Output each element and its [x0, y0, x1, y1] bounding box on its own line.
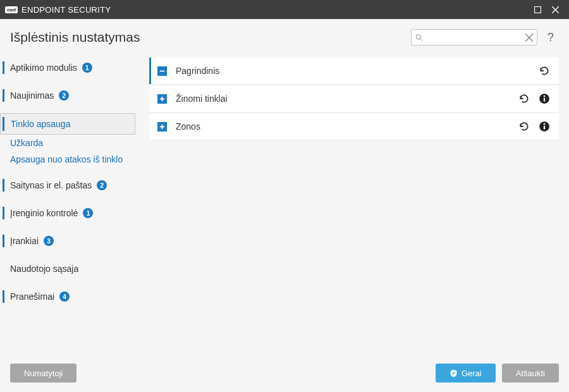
brand-text: ENDPOINT SECURITY — [21, 5, 111, 15]
svg-rect-12 — [544, 98, 545, 102]
sidebar-item-label: Užkarda — [10, 138, 43, 148]
main-panel: Pagrindinis Žinomi tinklai — [145, 55, 559, 354]
revert-button[interactable] — [518, 93, 530, 104]
sidebar-item-detection[interactable]: Aptikimo modulis 1 — [0, 58, 135, 78]
sidebar-item-label: Pranešimai — [10, 291, 54, 302]
info-button[interactable] — [539, 93, 550, 104]
collapse-icon[interactable] — [157, 66, 167, 76]
sidebar-sub-attack-protection[interactable]: Apsauga nuo atakos iš tinklo — [0, 151, 135, 168]
ok-button[interactable]: Gerai — [436, 364, 496, 383]
svg-point-11 — [544, 95, 546, 97]
titlebar: eset ENDPOINT SECURITY — [0, 0, 569, 19]
svg-point-16 — [544, 123, 546, 125]
expand-icon[interactable] — [157, 94, 167, 104]
sidebar-item-label: Įrenginio kontrolė — [10, 208, 78, 218]
close-button[interactable] — [546, 1, 564, 18]
svg-rect-17 — [544, 126, 545, 130]
badge: 1 — [83, 208, 93, 218]
defaults-button[interactable]: Numatytoji — [10, 364, 76, 383]
clear-search-icon[interactable] — [525, 34, 533, 42]
expand-icon[interactable] — [157, 122, 167, 132]
help-button[interactable]: ? — [542, 29, 559, 46]
sidebar-item-update[interactable]: Naujinimas 2 — [0, 85, 135, 106]
svg-rect-0 — [534, 6, 541, 13]
info-button[interactable] — [539, 121, 550, 132]
sidebar-item-label: Tinklo apsauga — [11, 119, 70, 129]
svg-line-4 — [420, 39, 422, 40]
panel-row-zones[interactable]: Zonos — [149, 113, 559, 140]
badge: 2 — [97, 180, 107, 190]
panel-label: Pagrindinis — [176, 66, 539, 76]
maximize-button[interactable] — [529, 1, 546, 18]
svg-point-3 — [416, 34, 421, 39]
badge: 1 — [82, 63, 92, 73]
info-icon — [539, 93, 550, 104]
search-icon — [415, 34, 423, 42]
undo-icon — [539, 65, 550, 77]
panel-label: Zonos — [176, 121, 518, 132]
sidebar-item-network[interactable]: Tinklo apsauga — [0, 113, 135, 135]
footer: Numatytoji Gerai Atšaukti — [0, 354, 569, 392]
revert-button[interactable] — [518, 121, 530, 132]
sidebar: Aptikimo modulis 1 Naujinimas 2 Tinklo a… — [0, 55, 145, 354]
sidebar-sub-firewall[interactable]: Užkarda — [0, 135, 135, 151]
sidebar-item-notifications[interactable]: Pranešimai 4 — [0, 286, 135, 307]
badge: 4 — [59, 291, 70, 302]
sidebar-item-label: Saitynas ir el. paštas — [10, 180, 92, 190]
sidebar-item-tools[interactable]: Įrankiai 3 — [0, 231, 135, 251]
sidebar-item-web-email[interactable]: Saitynas ir el. paštas 2 — [0, 175, 135, 195]
search-box[interactable] — [411, 29, 537, 46]
sidebar-item-label: Įrankiai — [10, 236, 39, 246]
sidebar-item-label: Aptikimo modulis — [10, 63, 77, 73]
header: Išplėstinis nustatymas ? — [0, 20, 569, 55]
shield-icon — [450, 369, 458, 377]
badge: 3 — [44, 236, 54, 246]
maximize-icon — [534, 6, 541, 13]
panel-row-basic[interactable]: Pagrindinis — [149, 58, 559, 84]
sidebar-item-label: Naujinimas — [10, 90, 54, 101]
undo-icon — [518, 121, 530, 132]
brand: eset ENDPOINT SECURITY — [5, 5, 111, 15]
sidebar-item-label: Apsauga nuo atakos iš tinklo — [10, 154, 123, 164]
info-icon — [539, 121, 550, 132]
cancel-button[interactable]: Atšaukti — [502, 364, 559, 383]
search-input[interactable] — [423, 33, 525, 42]
undo-icon — [518, 93, 530, 104]
sidebar-item-device[interactable]: Įrenginio kontrolė 1 — [0, 203, 135, 223]
badge: 2 — [59, 90, 69, 101]
revert-button[interactable] — [539, 65, 550, 77]
page-title: Išplėstinis nustatymas — [10, 30, 140, 45]
brand-logo: eset — [5, 6, 18, 13]
close-icon — [552, 6, 559, 13]
sidebar-item-label: Naudotojo sąsaja — [10, 264, 78, 274]
sidebar-item-ui[interactable]: Naudotojo sąsaja — [0, 259, 135, 279]
panel-label: Žinomi tinklai — [176, 94, 518, 104]
panel-row-known-networks[interactable]: Žinomi tinklai — [149, 85, 559, 112]
